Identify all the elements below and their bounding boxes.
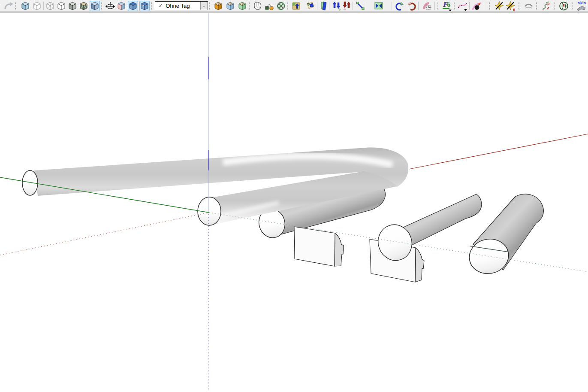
solid-tool-orange-cube-icon[interactable] <box>213 1 223 11</box>
toolbar-grip[interactable] <box>454 2 456 10</box>
view-cube-icon[interactable] <box>116 1 127 11</box>
flash-strike-s-icon[interactable]: s <box>506 1 516 11</box>
tag-value: Ohne Tag <box>166 3 200 9</box>
skin-tool-icon[interactable]: Skin <box>576 1 587 11</box>
diagonal-edge-icon[interactable] <box>356 1 365 11</box>
toolbar-grip[interactable] <box>249 2 251 10</box>
toolbar-separator <box>43 2 44 10</box>
toolbar-separator <box>303 2 303 10</box>
flash-strike-icon[interactable] <box>495 1 504 11</box>
blue-up-down-arrows-icon[interactable] <box>332 1 341 11</box>
rock-blob-icon[interactable] <box>253 1 263 11</box>
solid-tool-green-cube-icon[interactable] <box>237 1 247 11</box>
toolbar-grip[interactable] <box>287 2 289 10</box>
flash-s-label: s <box>513 7 515 11</box>
tag-chevron-down-icon[interactable]: ⌄ <box>200 2 208 10</box>
toolbar-separator <box>366 2 366 10</box>
pipe-left-cap <box>22 170 38 195</box>
toolbar-separator <box>353 2 353 10</box>
toolbar-grip[interactable] <box>209 2 211 10</box>
view-cube-active-2-icon[interactable] <box>139 1 150 11</box>
viewport-3d[interactable] <box>0 0 588 392</box>
flatten-arc-icon[interactable] <box>523 1 534 11</box>
toolbar-separator <box>484 2 484 10</box>
toolbar-separator <box>317 2 317 10</box>
toolbar-grip[interactable] <box>101 2 103 10</box>
rotate-ccw-blue-icon[interactable] <box>395 1 404 11</box>
app-window: ✓ Ohne Tag ⌄ <box>0 0 588 392</box>
skin-label: Skin <box>578 1 586 5</box>
redo-icon[interactable] <box>3 1 14 11</box>
curvizard-icon[interactable] <box>458 1 468 11</box>
axes-compass-icon[interactable] <box>105 1 115 11</box>
fredo-6-label: 6 <box>447 2 450 8</box>
main-toolbar: ✓ Ohne Tag ⌄ <box>0 0 588 12</box>
bowtie-flatten-icon[interactable] <box>374 1 384 11</box>
project-plane-icon[interactable] <box>305 1 316 11</box>
spring-helix-icon[interactable] <box>541 1 551 11</box>
style-wireframe-cube-icon[interactable] <box>32 1 42 11</box>
solid-tool-blue-cube-icon[interactable] <box>225 1 235 11</box>
toolbar-grip[interactable] <box>151 2 153 10</box>
toolbar-grip[interactable] <box>437 2 440 10</box>
toolbar-separator <box>469 2 470 10</box>
undo-icon[interactable] <box>0 1 3 11</box>
style-hidden-line-cube-icon[interactable] <box>56 1 66 11</box>
rotate-clock-icon[interactable] <box>422 1 432 11</box>
toolbar-grip[interactable] <box>15 2 17 10</box>
vertical-flag-icon[interactable] <box>320 1 328 11</box>
red-down-up-arrows-icon[interactable] <box>343 1 351 11</box>
tag-dropdown[interactable]: ✓ Ohne Tag ⌄ <box>155 1 208 10</box>
rotate-cw-red-icon[interactable] <box>408 1 417 11</box>
style-xray-cube-icon[interactable] <box>45 1 55 11</box>
geodesic-sphere-icon[interactable] <box>276 1 286 11</box>
curvizard-bomb-icon[interactable] <box>471 1 482 11</box>
toolbar-separator <box>434 2 435 10</box>
green-globe-icon[interactable] <box>558 1 569 11</box>
tag-checkmark: ✓ <box>159 3 163 9</box>
toolbar-grip[interactable] <box>572 2 574 10</box>
style-monochrome-cube-icon[interactable] <box>90 1 100 11</box>
toolbar-separator <box>418 2 419 10</box>
toolbar-grip[interactable] <box>554 2 556 10</box>
view-cube-active-icon[interactable] <box>128 1 138 11</box>
fredo6-f6-icon[interactable]: F 6 <box>441 1 452 11</box>
drape-ball-icon[interactable] <box>264 1 274 11</box>
style-striped-texture-cube-icon[interactable] <box>78 1 89 11</box>
style-textured-cube-icon[interactable] <box>20 1 30 11</box>
style-shaded-cube-icon[interactable] <box>67 1 78 11</box>
toolbar-grip[interactable] <box>519 2 521 10</box>
map-drop-icon[interactable] <box>291 1 302 11</box>
toolbar-grip[interactable] <box>536 2 538 10</box>
toolbar-separator <box>392 2 392 10</box>
toolbar-grip[interactable] <box>489 2 491 10</box>
toolbar-separator <box>329 2 329 10</box>
